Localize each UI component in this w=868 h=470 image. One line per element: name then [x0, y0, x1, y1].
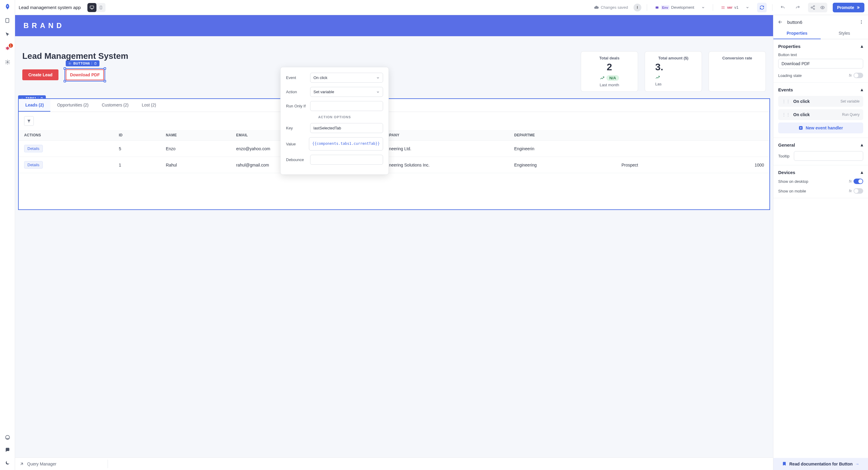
cell-name: Rahul	[160, 157, 230, 173]
desktop-device-button[interactable]	[87, 3, 96, 12]
svg-rect-0	[6, 19, 9, 23]
event-select-value: On click	[313, 76, 327, 80]
value-input[interactable]: {{components.tabs1.currentTab}}	[309, 137, 383, 150]
gear-icon	[68, 62, 71, 65]
device-toggle	[87, 3, 105, 12]
key-label: Key	[286, 126, 310, 130]
svg-point-1	[6, 47, 9, 50]
action-select[interactable]: Set variable	[310, 87, 383, 97]
svg-rect-5	[100, 6, 102, 9]
event-action-popup: Event On click Action Set variable Run O…	[280, 67, 389, 175]
cell-name: Enzo	[160, 141, 230, 157]
svg-rect-4	[90, 6, 94, 8]
brand-text: BRAND	[24, 22, 65, 30]
create-lead-button[interactable]: Create Lead	[22, 69, 59, 80]
gear-icon[interactable]	[4, 59, 11, 66]
selection-label-text: BUTTON6	[73, 62, 90, 65]
tab-lost[interactable]: Lost (2)	[135, 99, 162, 112]
debounce-input[interactable]	[310, 155, 383, 165]
tab-opportunities[interactable]: Opportunities (2)	[50, 99, 95, 112]
cursor-icon[interactable]	[4, 31, 11, 38]
brand-header: BRAND	[15, 15, 453, 36]
resize-handle[interactable]	[64, 67, 66, 70]
tab-leads[interactable]: Leads (2)	[19, 99, 50, 112]
cell-id: 5	[113, 141, 160, 157]
topbar: Changes saved I Env Development ver v1	[15, 0, 453, 15]
left-rail: 1	[0, 0, 15, 245]
details-button[interactable]: Details	[24, 145, 43, 152]
runonlyif-label: Run Only If	[286, 104, 310, 108]
action-select-value: Set variable	[313, 90, 334, 94]
details-button[interactable]: Details	[24, 161, 43, 169]
value-label: Value	[286, 142, 309, 146]
page-title: Lead Management System	[22, 51, 128, 61]
filter-button[interactable]	[24, 116, 34, 126]
resize-handle[interactable]	[104, 67, 106, 70]
chevron-down-icon	[376, 90, 380, 94]
debug-badge: 1	[9, 43, 13, 48]
col-id[interactable]: ID	[113, 130, 160, 141]
cell-id: 1	[113, 157, 160, 173]
action-label: Action	[286, 90, 310, 94]
event-label: Event	[286, 76, 310, 80]
runonlyif-input[interactable]	[310, 101, 383, 111]
debug-icon[interactable]: 1	[4, 45, 11, 52]
selected-widget-wrapper: BUTTON6 Download PDF	[66, 69, 104, 80]
selection-label[interactable]: BUTTON6	[66, 60, 99, 66]
resize-handle[interactable]	[64, 80, 66, 82]
pages-icon[interactable]	[4, 17, 11, 24]
rocket-icon[interactable]	[4, 3, 11, 10]
resize-handle[interactable]	[104, 80, 106, 82]
key-input[interactable]	[310, 123, 383, 133]
mobile-device-button[interactable]	[96, 3, 105, 12]
app-name-input[interactable]	[19, 5, 82, 10]
trash-icon[interactable]	[94, 62, 97, 65]
col-actions[interactable]: ACTIONS	[19, 130, 113, 141]
action-options-label: ACTION OPTIONS	[286, 115, 383, 119]
download-pdf-button[interactable]: Download PDF	[66, 69, 104, 80]
canvas-area: BRAND Lead Management System Create Lead…	[15, 15, 453, 245]
debounce-label: Debounce	[286, 157, 310, 162]
svg-point-2	[7, 62, 8, 63]
svg-point-11	[69, 63, 70, 64]
tab-customers[interactable]: Customers (2)	[95, 99, 135, 112]
chevron-down-icon	[376, 76, 380, 80]
col-name[interactable]: NAME	[160, 130, 230, 141]
event-select[interactable]: On click	[310, 73, 383, 83]
